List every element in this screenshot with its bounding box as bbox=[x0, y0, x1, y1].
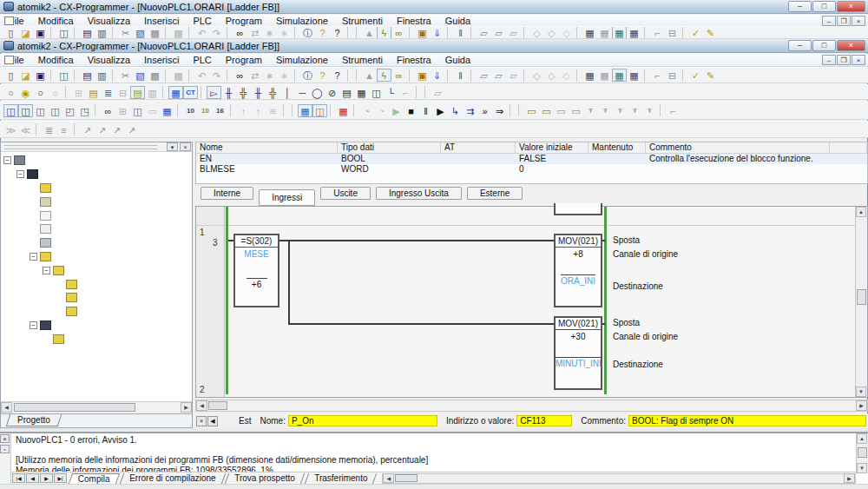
maximize-button[interactable]: □ bbox=[812, 40, 836, 51]
print-preview-icon[interactable]: ▥ bbox=[95, 69, 109, 82]
pause-monitor-icon[interactable]: ◔ bbox=[359, 104, 374, 117]
select-tool-icon[interactable]: ▻ bbox=[207, 86, 221, 99]
workspace-close-icon[interactable]: × bbox=[180, 142, 191, 151]
window-tile-icon[interactable]: ◫ bbox=[48, 104, 62, 117]
tree-node-memory[interactable]: − bbox=[1, 236, 192, 250]
force-cancel-icon[interactable]: ▭ bbox=[554, 104, 569, 117]
return-icon[interactable]: ⌐ bbox=[666, 104, 681, 117]
help-icon[interactable]: ? bbox=[315, 26, 330, 39]
window-mnemonic-icon[interactable]: ▦ bbox=[582, 26, 597, 39]
compile-view-icon[interactable]: ◫ bbox=[56, 69, 71, 82]
menu-item[interactable]: PLC bbox=[186, 15, 218, 27]
minimize-button[interactable]: – bbox=[788, 1, 812, 12]
zoom-in-icon[interactable]: ◉ bbox=[18, 86, 33, 99]
save-icon[interactable]: ▣ bbox=[33, 69, 48, 82]
option-2-icon[interactable]: ◇ bbox=[544, 26, 559, 39]
window-ladder-icon[interactable]: ▦ bbox=[612, 69, 627, 82]
list-addresses-icon[interactable]: ≡ bbox=[56, 123, 71, 136]
new-window-icon[interactable]: ◫ bbox=[3, 104, 18, 117]
tree-node-function-blocks[interactable]: − bbox=[1, 319, 192, 333]
output-close-icon[interactable]: × bbox=[0, 434, 10, 443]
contact-no-icon[interactable]: ╫ bbox=[221, 86, 236, 99]
diff-set-icon[interactable]: Ŧ bbox=[628, 104, 642, 117]
menu-item[interactable]: Guida bbox=[438, 15, 477, 27]
instruction-box-icon[interactable]: ▤ bbox=[339, 86, 354, 99]
mov1-source[interactable]: +8 bbox=[556, 249, 601, 259]
undo-icon[interactable]: ↶ bbox=[194, 26, 209, 39]
tab-prev-icon[interactable]: ◀ bbox=[26, 473, 39, 483]
variable-row[interactable]: BLMESE WORD 0 bbox=[196, 164, 867, 175]
variable-tab[interactable]: Uscite bbox=[320, 187, 371, 200]
marker-icon[interactable]: ∗ bbox=[277, 69, 292, 82]
watch-commento-value[interactable]: BOOL: Flag di sempre ON bbox=[628, 415, 866, 426]
output-tab[interactable]: Trova prospetto bbox=[225, 473, 305, 484]
tree-node-symbols[interactable]: − bbox=[1, 182, 192, 195]
col-nome[interactable]: Nome bbox=[196, 142, 338, 153]
monitor-mode-icon[interactable]: ▱ bbox=[506, 26, 521, 39]
window-fb-icon[interactable]: ▦ bbox=[597, 26, 612, 39]
work-online-simulator-icon[interactable]: ϟ bbox=[377, 26, 391, 39]
mdi-restore-button[interactable]: ❐ bbox=[837, 55, 851, 65]
tab-first-icon[interactable]: |◀ bbox=[12, 473, 25, 483]
differential-monitor-icon[interactable]: ▦ bbox=[336, 104, 351, 117]
zoom-out-icon[interactable]: ○ bbox=[33, 86, 48, 99]
watch-window-icon[interactable]: ◫ bbox=[130, 104, 145, 117]
paste-special-icon[interactable]: ▩ bbox=[171, 69, 186, 82]
tree-node-section1[interactable]: − bbox=[1, 291, 192, 305]
delete-wire-icon[interactable]: ⌐ bbox=[398, 86, 413, 99]
goto-next-icon[interactable]: ≋ bbox=[266, 104, 280, 117]
mdi-restore-button[interactable]: ❐ bbox=[837, 16, 851, 26]
transfer-save-icon[interactable]: ▣ bbox=[415, 69, 430, 82]
step-over-icon[interactable]: ⇉ bbox=[463, 104, 477, 117]
mov-block-1[interactable]: MOV(021) +8 ORA_INI bbox=[554, 234, 602, 307]
pause-simulator-icon[interactable]: ‖ bbox=[453, 69, 468, 82]
instruction-box2-icon[interactable]: ▦ bbox=[354, 86, 369, 99]
mdi-close-button[interactable]: × bbox=[852, 55, 865, 65]
go-rung-3-icon[interactable]: ↗ bbox=[109, 123, 124, 136]
col-at[interactable]: AT bbox=[441, 142, 516, 153]
grid-icon[interactable]: ⊞ bbox=[71, 86, 86, 99]
col-tipo-dati[interactable]: Tipo dati bbox=[338, 142, 441, 153]
go-rung-2-icon[interactable]: ↗ bbox=[95, 123, 109, 136]
option-1-icon[interactable]: ◇ bbox=[529, 26, 544, 39]
outer-titlebar[interactable]: atomik2 - CX-Programmer - [NuovoPLC1.ORA… bbox=[0, 0, 868, 14]
compile-view-icon[interactable]: ◫ bbox=[56, 26, 71, 39]
vertical-line-icon[interactable]: │ bbox=[280, 86, 295, 99]
about-icon[interactable]: ⓘ bbox=[300, 69, 315, 82]
tab-progetto[interactable]: Progetto bbox=[6, 414, 62, 426]
debug-mode-icon[interactable]: ▱ bbox=[491, 69, 506, 82]
tree-node-error-log[interactable]: − bbox=[1, 208, 192, 222]
watch-prev-icon[interactable]: ◀ bbox=[207, 416, 218, 426]
window-props-icon[interactable]: ◳ bbox=[77, 104, 92, 117]
window-ladder-icon[interactable]: ▦ bbox=[612, 26, 627, 39]
outdent-icon[interactable]: ≪ bbox=[18, 123, 33, 136]
fb-page-icon[interactable]: ▱ bbox=[431, 86, 445, 99]
help-icon[interactable]: ? bbox=[315, 69, 330, 82]
zoom-fit-icon[interactable]: ○ bbox=[48, 86, 62, 99]
close-button[interactable]: × bbox=[837, 40, 865, 51]
list-view-icon[interactable]: ≣ bbox=[101, 86, 115, 99]
menu-item[interactable]: Inserisci bbox=[137, 15, 186, 27]
mdi-minimize-button[interactable]: – bbox=[822, 55, 836, 65]
replace-icon[interactable]: ⇄ bbox=[247, 69, 262, 82]
key-edit-icon[interactable]: ✎ bbox=[703, 69, 718, 82]
program-mode-icon[interactable]: ▱ bbox=[477, 26, 491, 39]
tree-expander-icon[interactable]: − bbox=[30, 321, 37, 329]
menu-item[interactable]: Finestra bbox=[390, 54, 438, 66]
redo-icon[interactable]: ↷ bbox=[209, 69, 224, 82]
option-2-icon[interactable]: ◇ bbox=[544, 69, 559, 82]
output-tab[interactable]: Errore di compilazione bbox=[120, 473, 226, 484]
window-mnemonic-icon[interactable]: ▦ bbox=[582, 69, 597, 82]
col-valore-iniziale[interactable]: Valore iniziale bbox=[516, 142, 589, 153]
redo-icon[interactable]: ↷ bbox=[209, 26, 224, 39]
menu-item[interactable]: Simulazione bbox=[269, 15, 335, 27]
window-io-icon[interactable]: ▦ bbox=[627, 26, 641, 39]
monitor-color-icon[interactable]: ◫ bbox=[312, 104, 327, 117]
menu-item[interactable]: Simulazione bbox=[269, 54, 335, 66]
tree-node-settings[interactable]: − bbox=[1, 195, 192, 208]
key-set-icon[interactable]: ✓ bbox=[688, 69, 703, 82]
connect-icon[interactable]: └ bbox=[384, 86, 398, 99]
work-online-icon[interactable]: ▲ bbox=[362, 26, 377, 39]
menu-item[interactable]: Modifica bbox=[31, 54, 81, 66]
pause-icon[interactable]: ‖ bbox=[418, 104, 433, 117]
